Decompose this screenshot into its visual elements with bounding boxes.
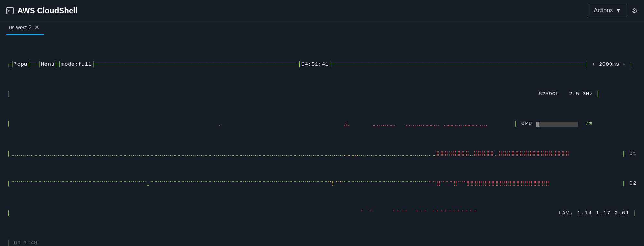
terminal: ┌┤¹cpu├──┤Menu├┤mode:full├──────────────… [0,35,644,246]
uptime: up 1:48 [14,240,38,246]
cpu-core-c1: C1 [630,151,637,157]
tab-label: us-west-2 [9,25,31,31]
cpu-freq: 2.5 GHz [569,91,593,98]
app-title: AWS CloudShell [17,5,78,15]
cpu-total-label: CPU [521,121,533,127]
cpu-header: ┌┤¹cpu├──┤Menu├┤mode:full├──────────────… [7,60,637,69]
header: ≻_ AWS CloudShell Actions ▼ ⚙ [0,0,644,21]
actions-label: Actions [594,7,613,14]
cpu-lav: LAV: 1.14 1.17 0.61 [558,210,629,217]
tabs: us-west-2 ✕ [0,21,644,35]
chevron-down-icon: ▼ [615,7,621,14]
gear-icon[interactable]: ⚙ [632,6,638,15]
tab-region[interactable]: us-west-2 ✕ [6,21,44,35]
cloudshell-icon: ≻_ [6,7,14,14]
cpu-pct: 7% [585,121,593,127]
close-icon[interactable]: ✕ [34,24,39,31]
cpu-model: 8259CL [539,91,559,98]
actions-button[interactable]: Actions ▼ [588,5,627,16]
cpu-core-c2: C2 [630,180,637,187]
